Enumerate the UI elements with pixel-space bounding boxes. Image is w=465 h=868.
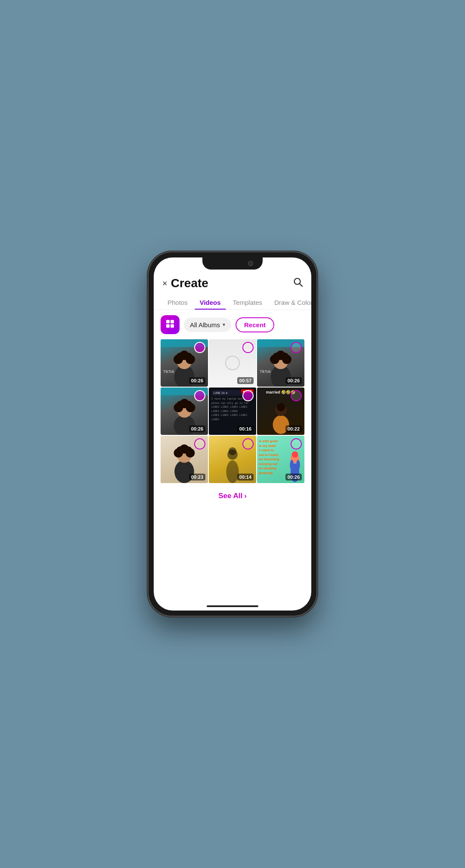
front-camera [248,261,253,266]
svg-point-40 [229,447,236,455]
tab-bar: Photos Videos Templates Draw & Color [154,294,311,310]
video-duration-9: 00:26 [285,474,302,480]
svg-point-43 [290,460,294,470]
video-duration-6: 00:22 [285,425,302,432]
page-title: Create [171,276,293,290]
search-icon[interactable] [293,277,303,289]
tab-videos[interactable]: Videos [195,295,226,310]
header: × Create [154,271,311,294]
svg-point-27 [184,401,192,409]
svg-point-45 [292,451,298,458]
see-all-row[interactable]: See All › [154,483,311,509]
album-dropdown[interactable]: All Albums ▾ [184,318,231,332]
video-duration-7: 00:23 [189,474,205,480]
close-button[interactable]: × [162,279,167,288]
video-duration-8: 00:14 [237,474,254,480]
video-grid: TikTok 00:26 00:57 [154,339,311,483]
tiktok-watermark: TikTok [163,369,174,374]
selection-circle-3[interactable] [291,342,302,353]
filter-row: All Albums ▾ Recent [154,310,311,339]
svg-point-30 [277,403,285,411]
video-cell-8[interactable]: 00:14 [209,436,256,483]
selection-circle-8[interactable] [242,438,254,450]
svg-point-36 [177,446,184,454]
video-cell-1[interactable]: TikTok 00:26 [161,339,208,387]
svg-point-11 [176,353,184,361]
selection-circle-4[interactable] [194,390,205,401]
svg-point-12 [184,353,192,361]
svg-rect-5 [170,324,174,328]
grid-select-icon [166,319,174,330]
svg-point-19 [273,353,281,361]
svg-point-13 [226,356,239,370]
video-duration-4: 00:26 [189,425,205,432]
svg-rect-4 [166,324,170,328]
video-duration-2: 00:57 [237,377,254,384]
phone-screen: × Create Photos Videos Templa [154,257,311,611]
tab-photos[interactable]: Photos [162,295,193,310]
album-label: All Albums [190,321,220,329]
selection-circle-1[interactable] [194,342,205,353]
selection-circle-5[interactable] [242,390,254,401]
video-duration-1: 00:26 [189,377,205,384]
tiktok-watermark-3: TikTok [260,369,271,374]
svg-point-38 [226,460,239,483]
home-indicator [207,605,258,607]
see-all-arrow-icon: › [244,492,247,500]
app-content: × Create Photos Videos Templa [154,257,311,611]
selection-circle-2[interactable] [242,342,254,353]
svg-point-44 [296,460,300,470]
svg-point-26 [176,401,184,409]
svg-point-37 [184,446,192,454]
video-duration-5: 00:16 [237,425,254,432]
svg-rect-3 [170,320,174,323]
tab-draw-color[interactable]: Draw & Color [269,295,311,310]
video-cell-6[interactable]: married 🤣🤣🤣 00:22 [257,388,304,435]
video-cell-2[interactable]: 00:57 [209,339,256,387]
video-cell-4[interactable]: 00:26 [161,388,208,435]
phone-frame: × Create Photos Videos Templa [149,252,316,616]
video-cell-7[interactable]: 00:23 [161,436,208,483]
svg-rect-2 [166,320,170,323]
tab-templates[interactable]: Templates [228,295,267,310]
selection-circle-7[interactable] [194,438,205,450]
video-cell-9[interactable]: is with great in my heart t I want to ou… [257,436,304,483]
chevron-down-icon: ▾ [223,322,225,328]
video-cell-5[interactable]: LINE 14 ► I have my laptop but a phone c… [209,388,256,435]
recent-button[interactable]: Recent [236,317,274,332]
video-duration-3: 00:26 [285,377,302,384]
selection-circle-6[interactable] [291,390,302,401]
see-all-label: See All [218,492,242,500]
svg-line-1 [300,284,302,286]
selection-circle-9[interactable] [291,438,302,450]
video-cell-3[interactable]: TikTok 00:26 [257,339,304,387]
svg-point-20 [281,353,289,361]
notch [202,257,263,270]
multi-select-button[interactable] [161,315,180,334]
